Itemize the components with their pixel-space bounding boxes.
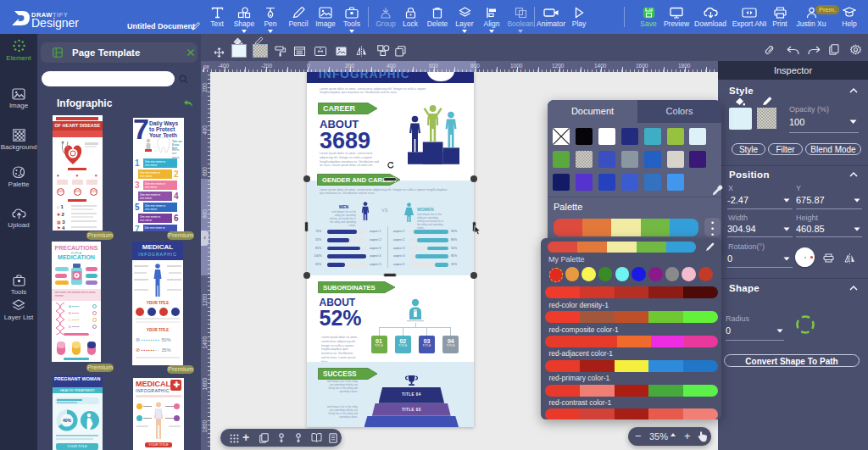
svg-text:CAREER: CAREER <box>323 104 356 113</box>
svg-text:40%: 40% <box>63 418 72 423</box>
svg-text:SUBORDINATES: SUBORDINATES <box>323 284 376 292</box>
svg-text:SUCCESS: SUCCESS <box>323 370 357 378</box>
